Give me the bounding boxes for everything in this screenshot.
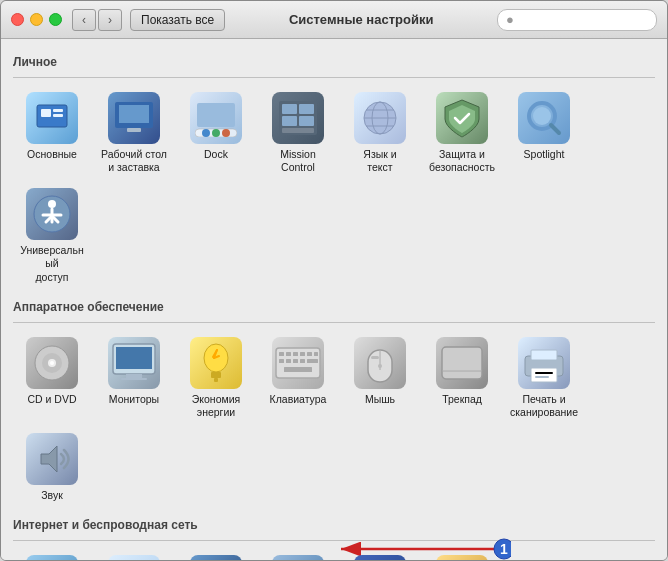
svg-rect-66 [531, 350, 557, 360]
svg-marker-70 [41, 446, 57, 472]
svg-rect-13 [282, 104, 297, 114]
item-spotlight[interactable]: Spotlight [505, 86, 583, 178]
forward-button[interactable]: › [98, 9, 122, 31]
search-input[interactable] [518, 13, 638, 27]
svg-point-24 [533, 107, 551, 125]
item-rabochiy[interactable]: Рабочий столи заставка [95, 86, 173, 178]
item-universal[interactable]: Универсальныйдоступ [13, 182, 91, 287]
svg-point-10 [212, 129, 220, 137]
section-header-personal: Личное [13, 55, 655, 71]
item-sound[interactable]: Звук [13, 427, 91, 506]
label-osnov: Основные [27, 148, 77, 161]
item-zashchita[interactable]: Защита ибезопасность [423, 86, 501, 178]
icon-monitor [108, 337, 160, 389]
svg-rect-14 [299, 104, 314, 114]
item-sharing[interactable]: Общийдоступ [423, 549, 501, 560]
item-monitor[interactable]: Мониторы [95, 331, 173, 423]
label-trackpad: Трекпад [442, 393, 482, 406]
icon-yazyk [354, 92, 406, 144]
svg-rect-61 [371, 356, 379, 359]
svg-rect-50 [300, 352, 305, 356]
svg-rect-47 [279, 352, 284, 356]
svg-point-27 [48, 200, 56, 208]
svg-rect-53 [279, 359, 284, 363]
icon-dock [190, 92, 242, 144]
item-osnov[interactable]: Основные [13, 86, 91, 178]
svg-rect-6 [127, 128, 141, 132]
item-mobileme[interactable]: MobileMe [177, 549, 255, 560]
label-yazyk: Язык итекст [363, 148, 396, 174]
svg-rect-17 [282, 128, 314, 133]
svg-rect-67 [531, 368, 557, 382]
item-mouse[interactable]: Мышь [341, 331, 419, 423]
icon-energy [190, 337, 242, 389]
icon-osnov [26, 92, 78, 144]
item-energy[interactable]: Экономияэнергии [177, 331, 255, 423]
label-mission: MissionControl [280, 148, 316, 174]
item-trackpad[interactable]: Трекпад [423, 331, 501, 423]
item-cd[interactable]: CD и DVD [13, 331, 91, 423]
svg-text:1: 1 [500, 541, 508, 557]
item-mission[interactable]: MissionControl [259, 86, 337, 178]
item-icloud[interactable]: iCloud [13, 549, 91, 560]
icon-network [272, 555, 324, 560]
svg-rect-52 [314, 352, 318, 356]
svg-point-62 [378, 364, 382, 368]
item-mail[interactable]: Почта, адресаи календари [95, 549, 173, 560]
item-print[interactable]: Печать исканирование [505, 331, 583, 423]
divider-personal [13, 77, 655, 78]
svg-rect-68 [535, 372, 553, 374]
svg-rect-51 [307, 352, 312, 356]
label-mouse: Мышь [365, 393, 395, 406]
svg-rect-56 [300, 359, 305, 363]
svg-rect-49 [293, 352, 298, 356]
svg-rect-39 [121, 378, 147, 380]
svg-point-35 [50, 361, 54, 365]
back-button[interactable]: ‹ [72, 9, 96, 31]
svg-rect-16 [299, 116, 314, 126]
svg-rect-2 [53, 109, 63, 112]
titlebar: ‹ › Показать все Системные настройки ● [1, 1, 667, 39]
svg-rect-37 [116, 347, 152, 369]
minimize-button[interactable] [30, 13, 43, 26]
close-button[interactable] [11, 13, 24, 26]
svg-rect-69 [535, 376, 549, 378]
hardware-items-grid: CD и DVD Мониторы Экономияэнергии [13, 327, 655, 510]
personal-items-grid: Основные Рабочий столи заставка Dock [13, 82, 655, 292]
svg-rect-5 [119, 105, 149, 123]
svg-rect-48 [286, 352, 291, 356]
svg-rect-54 [286, 359, 291, 363]
svg-rect-38 [126, 374, 142, 378]
icon-rabochiy [108, 92, 160, 144]
window-title: Системные настройки [225, 12, 497, 27]
label-sound: Звук [41, 489, 63, 502]
item-network[interactable]: 1 Сеть [259, 549, 337, 560]
icon-zashchita [436, 92, 488, 144]
label-spotlight: Spotlight [524, 148, 565, 161]
section-header-hardware: Аппаратное обеспечение [13, 300, 655, 316]
search-box: ● [497, 9, 657, 31]
search-icon: ● [506, 12, 514, 27]
svg-rect-57 [307, 359, 318, 363]
item-dock[interactable]: Dock [177, 86, 255, 178]
label-dock: Dock [204, 148, 228, 161]
label-monitor: Мониторы [109, 393, 159, 406]
svg-rect-7 [197, 103, 235, 127]
label-print: Печать исканирование [510, 393, 578, 419]
item-bluetooth[interactable]: Bluetooth [341, 549, 419, 560]
icon-sound [26, 433, 78, 485]
label-energy: Экономияэнергии [192, 393, 241, 419]
maximize-button[interactable] [49, 13, 62, 26]
icon-trackpad [436, 337, 488, 389]
svg-point-11 [222, 129, 230, 137]
icon-mail [108, 555, 160, 560]
item-yazyk[interactable]: Язык итекст [341, 86, 419, 178]
divider-hardware [13, 322, 655, 323]
item-keyboard[interactable]: Клавиатура [259, 331, 337, 423]
svg-rect-41 [211, 372, 221, 378]
svg-rect-15 [282, 116, 297, 126]
svg-rect-42 [214, 378, 218, 382]
content-area: Личное Основные Рабочий столи заставка [1, 39, 667, 560]
show-all-button[interactable]: Показать все [130, 9, 225, 31]
svg-rect-55 [293, 359, 298, 363]
